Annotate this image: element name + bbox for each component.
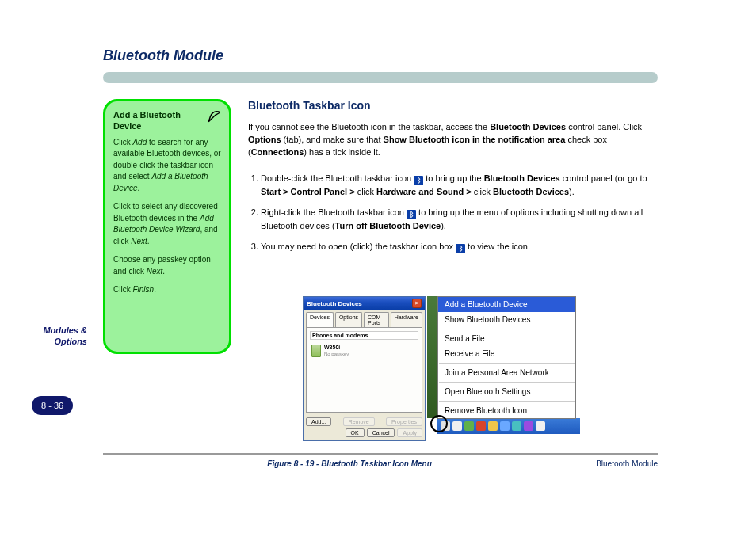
section-bar	[103, 72, 658, 83]
section-title: Bluetooth Module	[103, 48, 658, 64]
menu-item[interactable]: Open Bluetooth Settings	[438, 384, 575, 399]
menu-item[interactable]: Remove Bluetooth Icon	[438, 403, 575, 418]
window-titlebar: Bluetooth Devices ×	[304, 297, 425, 310]
system-tray	[437, 418, 580, 434]
tabs-row: Devices Options COM Ports Hardware	[304, 310, 425, 327]
note-box: Add a Bluetooth Device Click Add to sear…	[103, 99, 231, 354]
bluetooth-devices-window: Bluetooth Devices × Devices Options COM …	[303, 296, 426, 441]
device-item[interactable]: W850i No passkey	[310, 343, 418, 359]
tray-icon[interactable]	[452, 421, 462, 431]
group-label: Phones and modems	[310, 331, 418, 340]
apply-button[interactable]: Apply	[397, 428, 422, 437]
note-p3: Choose any passkey option and click Next…	[113, 254, 221, 277]
cancel-button[interactable]: Cancel	[367, 428, 395, 437]
phone-icon	[311, 345, 321, 357]
menu-item[interactable]: Receive a File	[438, 346, 575, 361]
page-number-pill: 8 - 36	[32, 396, 73, 415]
steps-list: Double-click the Bluetooth taskbar icon …	[248, 172, 660, 253]
menu-item[interactable]: Show Bluetooth Devices	[438, 312, 575, 327]
device-sub: No passkey	[324, 352, 349, 356]
close-icon[interactable]: ×	[412, 299, 422, 308]
tray-icon[interactable]	[476, 421, 486, 431]
tab-comports[interactable]: COM Ports	[364, 312, 389, 327]
menu-separator	[439, 329, 575, 329]
remove-button[interactable]: Remove	[343, 417, 375, 426]
add-button[interactable]: Add...	[306, 417, 331, 426]
properties-button[interactable]: Properties	[386, 417, 422, 426]
subhead: Bluetooth Taskbar Icon	[248, 99, 660, 112]
ok-button[interactable]: OK	[346, 428, 365, 437]
tray-icon[interactable]	[512, 421, 521, 431]
context-menu: Add a Bluetooth DeviceShow Bluetooth Dev…	[437, 296, 576, 419]
context-menu-figure: Add a Bluetooth DeviceShow Bluetooth Dev…	[437, 296, 580, 434]
pen-icon	[207, 109, 221, 127]
note-body: Click Add to search for any available Bl…	[113, 137, 221, 296]
device-text: W850i No passkey	[324, 345, 349, 356]
menu-separator	[439, 363, 575, 364]
note-title: Add a Bluetooth Device	[113, 109, 202, 132]
side-chapter-label: Modules & Options	[32, 325, 87, 348]
menu-separator	[439, 382, 575, 383]
window-title: Bluetooth Devices	[307, 300, 362, 307]
tab-devices[interactable]: Devices	[306, 312, 334, 327]
step-2: Right-click the Bluetooth taskbar icon ᛒ…	[261, 206, 660, 233]
note-p2: Click to select any discovered Bluetooth…	[113, 201, 221, 247]
step-1: Double-click the Bluetooth taskbar icon …	[261, 172, 660, 199]
menu-item[interactable]: Send a File	[438, 331, 575, 346]
tray-icon[interactable]	[464, 421, 474, 431]
tab-content: Phones and modems W850i No passkey	[306, 327, 422, 413]
desktop-strip	[427, 296, 437, 418]
device-name: W850i	[324, 345, 340, 350]
tray-icon[interactable]	[524, 421, 533, 431]
caption-row: Figure 8 - 19 - Bluetooth Taskbar Icon M…	[103, 459, 658, 468]
intro-text: If you cannot see the Bluetooth icon in …	[248, 121, 660, 159]
tray-icon[interactable]	[488, 421, 498, 431]
tray-icon[interactable]	[536, 421, 545, 431]
note-p4: Click Finish.	[113, 284, 221, 296]
tray-bluetooth-icon[interactable]	[500, 421, 510, 431]
figure-caption: Figure 8 - 19 - Bluetooth Taskbar Icon M…	[267, 459, 431, 468]
caption-right: Bluetooth Module	[596, 459, 658, 468]
menu-item[interactable]: Join a Personal Area Network	[438, 365, 575, 380]
step-3: You may need to open (click) the taskbar…	[261, 240, 660, 253]
note-p1: Click Add to search for any available Bl…	[113, 137, 221, 195]
menu-item[interactable]: Add a Bluetooth Device	[438, 297, 575, 312]
tab-hardware[interactable]: Hardware	[391, 312, 422, 327]
tab-options[interactable]: Options	[335, 312, 362, 327]
menu-separator	[439, 401, 575, 402]
bottom-rule	[103, 453, 658, 455]
tray-chevron-icon[interactable]	[441, 421, 450, 431]
